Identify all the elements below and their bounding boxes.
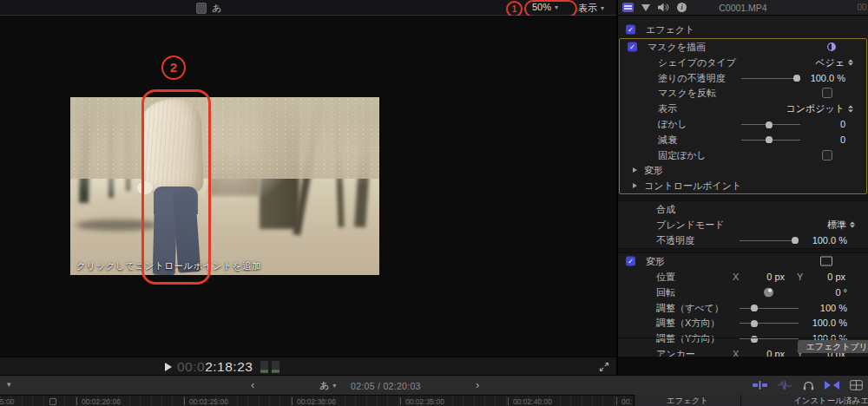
feather-slider[interactable] <box>741 124 800 125</box>
timeline-clip-menu[interactable]: あ ▾ <box>319 379 336 392</box>
chevron-down-icon: ▾ <box>332 382 336 390</box>
row-value[interactable]: 100.0 % <box>812 318 847 328</box>
param-row-falloff[interactable]: 減衰 0 <box>620 132 866 147</box>
row-value[interactable]: 100 % <box>820 303 847 313</box>
checkbox-checked-icon[interactable] <box>626 256 635 265</box>
view-dropdown[interactable]: 表示 ▾ <box>578 2 604 15</box>
param-row-scale-all[interactable]: 調整（すべて） 100 % <box>618 300 868 316</box>
param-row-opacity[interactable]: 不透明度 100.0 % <box>618 232 868 248</box>
audio-crossfade-icon[interactable] <box>753 381 767 390</box>
audio-meter-right[interactable] <box>272 361 279 373</box>
effect-row-effects[interactable]: エフェクト <box>618 22 868 38</box>
display-select[interactable]: コンポジット <box>786 102 853 115</box>
clip-badge: あ <box>319 379 329 392</box>
ruler-marker-icon[interactable] <box>49 398 56 405</box>
select-value: 標準 <box>827 218 846 231</box>
inspector-footer-divider <box>618 337 868 338</box>
inspector-timecode-partial: 00:0 <box>858 3 868 12</box>
effect-row-draw-mask[interactable]: マスクを描画 <box>620 39 866 56</box>
disclosure-row-control-points[interactable]: コントロールポイント <box>620 178 866 193</box>
headphones-icon[interactable] <box>803 381 814 390</box>
chevron-down-icon: ▾ <box>601 4 604 12</box>
ruler-tick-label: 00:02:25:00 <box>189 397 228 406</box>
timecode-main: 2:18:23 <box>205 359 253 374</box>
next-clip-icon[interactable]: › <box>476 378 479 391</box>
x-value-field[interactable]: 0 px <box>740 349 785 357</box>
row-value[interactable]: 100.0 % <box>812 235 847 246</box>
current-timecode[interactable]: 00:02:18:23 <box>177 359 253 375</box>
checkbox-unchecked-icon[interactable] <box>822 88 832 98</box>
video-frame[interactable]: クリックしてコントロールポイントを追加 <box>70 97 379 275</box>
slider-thumb[interactable] <box>792 237 799 244</box>
row-label: マスクを反転 <box>658 87 716 100</box>
param-row-invert-mask[interactable]: マスクを反転 <box>620 86 866 102</box>
row-label: 回転 <box>656 285 675 298</box>
param-row-blend-mode[interactable]: ブレンドモード 標準 <box>618 217 868 232</box>
save-effect-preset-button[interactable]: エフェクトプリセットを <box>798 340 868 353</box>
checkbox-checked-icon[interactable] <box>626 25 635 35</box>
rotation-dial-icon[interactable] <box>764 287 773 297</box>
viewer-clip-title: あ <box>196 2 221 15</box>
slider-thumb[interactable] <box>751 320 758 327</box>
viewer-title-label: あ <box>212 2 221 15</box>
play-button[interactable] <box>165 363 172 371</box>
param-row-fill-opacity[interactable]: 塗りの不透明度 100.0 % <box>620 70 866 86</box>
checkbox-unchecked-icon[interactable] <box>822 150 832 160</box>
param-row-position[interactable]: 位置 X 0 px Y 0 px <box>618 269 868 285</box>
fullscreen-icon[interactable] <box>599 362 609 372</box>
blend-mode-select[interactable]: 標準 <box>827 218 855 231</box>
falloff-slider[interactable] <box>741 140 800 141</box>
row-label: 位置 <box>656 270 675 283</box>
param-row-scale-x[interactable]: 調整（X方向） 100.0 % <box>618 315 868 331</box>
row-label: 表示 <box>658 102 677 115</box>
slider-thumb[interactable] <box>793 75 800 82</box>
crop-icon[interactable] <box>820 256 832 265</box>
shape-type-select[interactable]: ベジェ <box>815 56 853 69</box>
filmstrip-icon[interactable] <box>850 380 863 390</box>
timecode-dim: 00:0 <box>177 359 205 374</box>
viewer-canvas[interactable]: クリックしてコントロールポイントを追加 2 <box>0 16 616 357</box>
installed-effects-tab[interactable]: インストール済みエ <box>741 395 868 406</box>
x-value-field[interactable]: 0 px <box>740 272 785 282</box>
row-value[interactable]: 100.0 % <box>811 73 845 83</box>
disclosure-row-transform[interactable]: 変形 <box>620 163 866 179</box>
fill-opacity-slider[interactable] <box>741 78 800 79</box>
param-row-shape-type[interactable]: シェイプのタイプ ベジェ <box>620 55 866 70</box>
mask-shape-icon[interactable] <box>826 42 837 52</box>
param-row-fixed-feather[interactable]: 固定ぼかし <box>620 147 866 163</box>
param-row-display[interactable]: 表示 コンポジット <box>620 101 866 116</box>
fcp-window: あ 50% ▾ 1 表示 ▾ i C0001.MP4 00:0 <box>0 0 868 406</box>
row-value[interactable]: 0 <box>840 134 845 145</box>
scale-all-slider[interactable] <box>740 308 799 309</box>
opacity-slider[interactable] <box>740 240 799 241</box>
row-value[interactable]: 0 <box>840 119 845 129</box>
scale-x-slider[interactable] <box>740 323 799 324</box>
row-value[interactable]: 0 ° <box>835 287 847 298</box>
effects-browser-tab[interactable]: エフェクト <box>635 395 741 406</box>
row-label: ぼかし <box>658 118 687 131</box>
view-menu-label: 表示 <box>578 2 597 15</box>
disclosure-triangle-icon[interactable] <box>633 167 637 173</box>
slider-thumb[interactable] <box>751 304 758 311</box>
stepper-icon <box>848 59 853 66</box>
scale-y-slider[interactable] <box>740 338 799 339</box>
transition-icon[interactable] <box>825 381 839 390</box>
collapse-chevron-icon[interactable]: ▾ <box>7 380 11 389</box>
param-row-feather[interactable]: ぼかし 0 <box>620 116 866 132</box>
disclosure-triangle-icon[interactable] <box>633 183 637 188</box>
param-row-rotation[interactable]: 回転 0 ° <box>618 285 868 300</box>
slider-thumb[interactable] <box>751 336 758 343</box>
slider-thumb[interactable] <box>766 121 773 128</box>
ruler-tick-label: 00:02:40:00 <box>513 397 552 406</box>
checkbox-checked-icon[interactable] <box>628 42 637 51</box>
previous-clip-icon[interactable]: ‹ <box>251 378 254 391</box>
section-row-transform[interactable]: 変形 <box>618 253 868 270</box>
y-value-field[interactable]: 0 px <box>802 272 845 282</box>
slider-thumb[interactable] <box>766 136 773 143</box>
audio-waveform-icon[interactable] <box>778 381 792 390</box>
row-label: 塗りの不透明度 <box>658 71 726 84</box>
row-label: マスクを描画 <box>648 40 706 53</box>
audio-meter-left[interactable] <box>260 361 268 373</box>
row-label: エフェクト <box>646 23 694 36</box>
timeline-toolbar: ▾ ‹ あ ▾ 02:05 / 02:20:03 › <box>0 375 868 396</box>
